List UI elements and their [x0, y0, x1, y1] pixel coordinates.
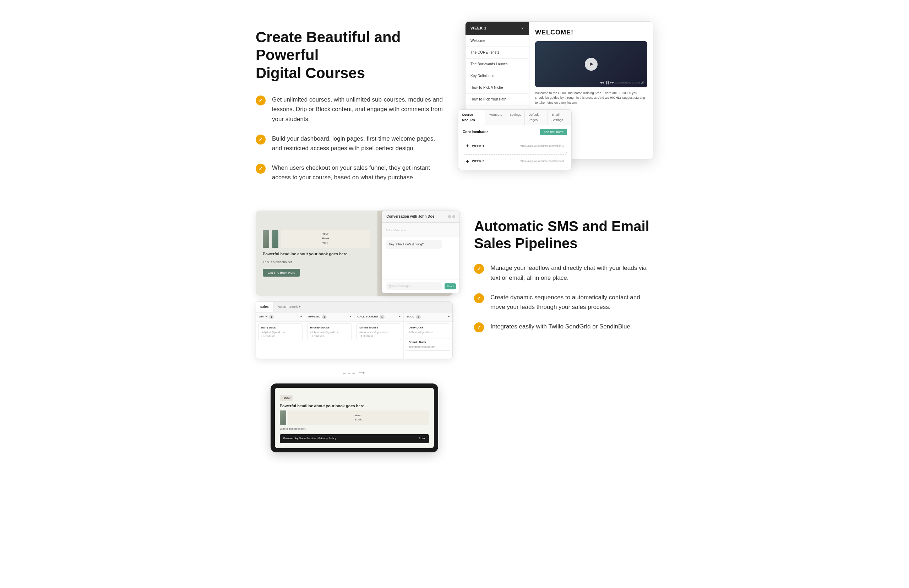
courses-title: Create Beautiful and Powerful Digital Co…	[256, 28, 444, 82]
applied-add-icon[interactable]: +	[349, 315, 351, 319]
modules-mockup: Course Modules Members Settings Default …	[458, 109, 572, 170]
book-headline: Powerful headline about your book goes h…	[263, 251, 370, 257]
tablet-logo: Book	[280, 395, 294, 401]
week3-row-url: https://app.yourcourse.com/week-3	[520, 159, 564, 164]
modules-header: Core Incubator Add Incubator	[459, 125, 571, 137]
sms-title-line1: Automatic SMS and Email	[474, 218, 649, 234]
sidebar-link-backwards[interactable]: The Backwards Launch	[465, 58, 529, 70]
bottom-section: YourBookTitle Powerful headline about yo…	[256, 210, 653, 452]
card-sub-sold-0: daffyduck@gmail.com	[409, 330, 448, 334]
book-left: YourBookTitle Powerful headline about yo…	[256, 210, 378, 296]
pipeline-card-call-0[interactable]: Minnie Mouse minniemouse@gmail.com +1 ch…	[357, 323, 401, 340]
pipeline-card-sold-1[interactable]: Bonnie Duck bonnieduck@gmail.com	[406, 338, 450, 351]
sidebar-link-key[interactable]: Key Definitions	[465, 70, 529, 82]
pipeline-card-sold-0[interactable]: Daffy Duck daffyduck@gmail.com	[406, 323, 450, 336]
card-sub-0: daffyduck@gmail.com	[261, 330, 300, 334]
call-booked-add-icon[interactable]: +	[399, 315, 400, 319]
card-name-call: Minnie Mouse	[359, 326, 399, 330]
feature-item-2: When users checkout on your sales funnel…	[256, 163, 444, 182]
chat-body: Hey John! How's it going?	[382, 236, 460, 279]
courses-title-line1: Create Beautiful and Powerful	[256, 29, 400, 63]
card-sub-applied: mickeymouse@gmail.com	[310, 330, 349, 334]
tablet-book-page: YourBook	[287, 410, 429, 425]
tablet-book-display: YourBook	[280, 410, 429, 425]
module-row-week3: + WEEK 3 https://app.yourcourse.com/week…	[463, 155, 567, 169]
check-icon-0	[256, 95, 266, 105]
feature-item-0: Get unlimited courses, with unlimited su…	[256, 95, 444, 124]
bottom-mockups: YourBookTitle Powerful headline about yo…	[256, 210, 453, 452]
sms-feature-item-1: Create dynamic sequences to automaticall…	[474, 292, 653, 312]
feature-text-0: Get unlimited courses, with unlimited su…	[272, 95, 444, 124]
book-subtitle: This is a placeholder	[263, 260, 370, 265]
week1-row-url: https://app.yourcourse.com/week-1	[520, 144, 564, 149]
card-name-applied: Mickey Mouse	[310, 326, 349, 330]
tablet-footer: Powered by SomeService - Privacy Policy …	[280, 434, 429, 443]
sms-feature-text-0: Manage your leadflow and directly chat w…	[490, 263, 653, 282]
course-video[interactable]: ◀◀ ▐▐ ▶▶ ▭▭▭▭▭▭▭▭▭ 🔊	[535, 41, 647, 87]
pipeline-col-applied: APPLIED 1 + Mickey Mouse mickeymouse@gma…	[305, 312, 355, 359]
modules-tabs: Course Modules Members Settings Default …	[459, 110, 571, 125]
tablet-footer-text: Powered by SomeService - Privacy Policy	[283, 436, 336, 441]
sidebar-link-welcome[interactable]: Welcome	[465, 35, 529, 47]
sold-add-icon[interactable]: +	[448, 315, 450, 319]
course-mockup: WEEK 1 ▼ Welcome The CORE Tenets The Bac…	[465, 21, 653, 160]
sms-check-icon-1	[474, 293, 484, 303]
tab-settings[interactable]: Settings	[506, 110, 525, 125]
tab-email-settings[interactable]: Email Settings	[548, 110, 571, 125]
expand-week1-icon[interactable]: +	[466, 141, 469, 150]
applied-count: 1	[322, 315, 327, 319]
tab-members[interactable]: Members	[485, 110, 506, 125]
sms-feature-text-2: Integrates easily with Twilio SendGrid o…	[490, 322, 632, 331]
book-spine-1	[263, 230, 269, 248]
optin-add-icon[interactable]: +	[300, 315, 302, 319]
week1-row-name: WEEK 1	[472, 144, 484, 149]
pipeline-header-applied: APPLIED 1 +	[305, 312, 354, 322]
pipeline-mockup-area: YourBookTitle Powerful headline about yo…	[256, 210, 453, 452]
pipeline-header-sold: SOLD 1 +	[404, 312, 453, 322]
card-phone-applied: +1 childishcl...	[310, 334, 349, 338]
chat-send-button[interactable]: Send	[444, 283, 456, 289]
expand-week3-icon[interactable]: +	[466, 157, 469, 166]
pipeline-card-applied-0[interactable]: Mickey Mouse mickeymouse@gmail.com +1 ch…	[307, 323, 352, 340]
sms-feature-item-0: Manage your leadflow and directly chat w…	[474, 263, 653, 282]
play-button[interactable]	[585, 58, 597, 71]
sms-check-icon-0	[474, 264, 484, 274]
dashed-arrow: - - - →	[256, 365, 453, 381]
sold-count: 1	[416, 315, 421, 319]
sidebar-link-core[interactable]: The CORE Tenets	[465, 47, 529, 58]
add-incubator-button[interactable]: Add Incubator	[540, 129, 567, 135]
tab-default-pages[interactable]: Default Pages	[525, 110, 548, 125]
tablet-subtitle: Who is this book for?	[280, 427, 429, 431]
sidebar-link-niche[interactable]: How To Pick A Niche	[465, 82, 529, 94]
pipeline-header: Sales Notes Funnels ▾	[256, 302, 452, 312]
pipeline-tab-notes[interactable]: Notes Funnels ▾	[273, 302, 306, 312]
sidebar-link-path[interactable]: How To Pick Your Path	[465, 94, 529, 105]
chat-title: Conversation with John Doe	[386, 214, 434, 220]
courses-title-line2: Digital Courses	[256, 65, 365, 81]
feature-text-1: Build your dashboard, login pages, first…	[272, 134, 444, 153]
book-cta-button[interactable]: Get The Book Here	[263, 269, 300, 276]
pipeline-mockup: Sales Notes Funnels ▾ OPTIN 1 + Daffy Du…	[256, 302, 453, 359]
chat-input[interactable]: Type a message...	[386, 282, 442, 290]
card-sub-sold-1: bonnieduck@gmail.com	[409, 345, 448, 349]
module-row-week1: + WEEK 1 https://app.yourcourse.com/week…	[463, 139, 567, 153]
sms-check-icon-2	[474, 322, 484, 332]
pipeline-col-optin: OPTIN 1 + Daffy Duck daffyduck@gmail.com…	[256, 312, 305, 359]
feature-item-1: Build your dashboard, login pages, first…	[256, 134, 444, 153]
chat-header: Conversation with John Doe	[382, 211, 460, 223]
chat-dot-2	[452, 215, 455, 218]
pipeline-col-sold: SOLD 1 + Daffy Duck daffyduck@gmail.com …	[404, 312, 453, 359]
call-booked-count: 1	[379, 315, 384, 319]
week3-row-name: WEEK 3	[472, 159, 484, 164]
pipeline-tab-sales[interactable]: Sales	[256, 302, 273, 312]
card-name-0: Daffy Duck	[261, 326, 300, 330]
card-name-sold-0: Daffy Duck	[409, 326, 448, 330]
card-name-sold-1: Bonnie Duck	[409, 340, 448, 345]
pipeline-card-optin-0[interactable]: Daffy Duck daffyduck@gmail.com +1 childi…	[258, 323, 303, 340]
card-phone-0: +1 childishcl...	[261, 334, 300, 338]
pipeline-col-call-booked: CALL BOOKED 1 + Minnie Mouse minniemouse…	[354, 312, 404, 359]
tab-course-modules[interactable]: Course Modules	[459, 110, 485, 125]
tablet-heading: Powerful headline about your book goes h…	[280, 403, 429, 408]
tablet-book-spine	[280, 410, 286, 425]
feature-text-2: When users checkout on your sales funnel…	[272, 163, 444, 182]
